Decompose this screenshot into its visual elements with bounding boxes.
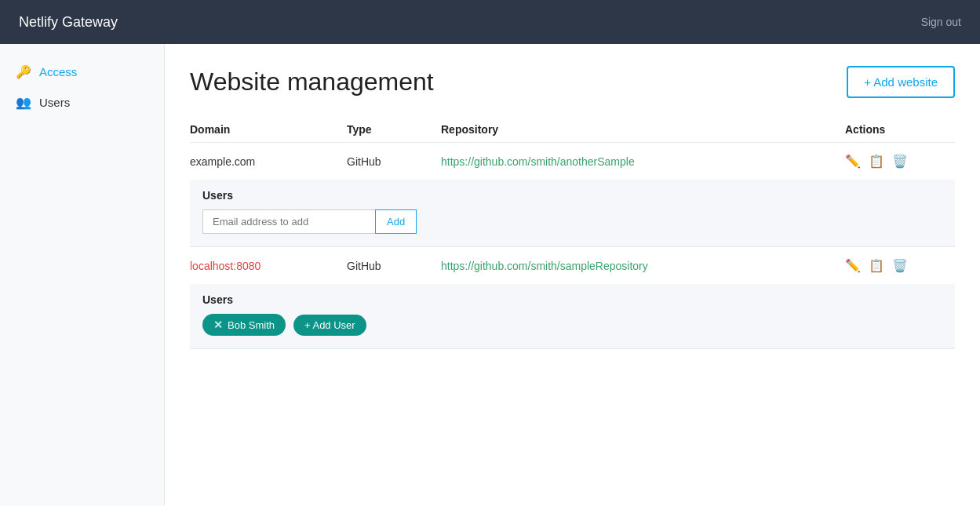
add-user-button[interactable]: + Add User — [293, 315, 366, 336]
sidebar: 🔑 Access 👥 Users — [0, 44, 165, 506]
sidebar-item-users[interactable]: 👥 Users — [0, 87, 164, 118]
domain-2: localhost:8080 — [190, 260, 347, 272]
col-type: Type — [347, 123, 441, 136]
row-main-2: localhost:8080 GitHub https://github.com… — [190, 247, 955, 284]
col-repository: Repository — [441, 123, 845, 136]
sidebar-item-label-users: Users — [39, 96, 70, 109]
app-title: Netlify Gateway — [19, 14, 118, 31]
user-tag-name: Bob Smith — [228, 319, 275, 331]
page-header: Website management + Add website — [190, 66, 955, 98]
row-main-1: example.com GitHub https://github.com/sm… — [190, 143, 955, 180]
col-domain: Domain — [190, 123, 347, 136]
copy-icon-2[interactable]: 📋 — [869, 258, 884, 273]
users-icon: 👥 — [16, 95, 31, 110]
delete-icon-2[interactable]: 🗑️ — [892, 258, 908, 273]
domain-1: example.com — [190, 155, 347, 168]
sidebar-item-access[interactable]: 🔑 Access — [0, 56, 164, 87]
edit-icon-1[interactable]: ✏️ — [845, 154, 861, 169]
edit-icon-2[interactable]: ✏️ — [845, 258, 861, 273]
type-1: GitHub — [347, 155, 441, 168]
main-content: Website management + Add website Domain … — [165, 44, 980, 506]
users-label-1: Users — [202, 189, 942, 202]
copy-icon-1[interactable]: 📋 — [869, 154, 884, 169]
email-add-row-1: Add — [202, 209, 942, 234]
delete-icon-1[interactable]: 🗑️ — [892, 154, 908, 169]
user-tag-bob-smith[interactable]: ✕ Bob Smith — [202, 314, 286, 336]
users-section-1: Users Add — [190, 180, 955, 246]
app-header: Netlify Gateway Sign out — [0, 0, 980, 44]
actions-1: ✏️ 📋 🗑️ — [845, 154, 955, 169]
users-label-2: Users — [202, 293, 942, 306]
col-actions: Actions — [845, 123, 955, 136]
repository-2: https://github.com/smith/sampleRepositor… — [441, 260, 845, 272]
email-input-1[interactable] — [202, 209, 375, 234]
add-email-button-1[interactable]: Add — [375, 209, 417, 234]
main-layout: 🔑 Access 👥 Users Website management + Ad… — [0, 44, 980, 506]
website-table: Domain Type Repository Actions example.c… — [190, 117, 955, 349]
table-row: example.com GitHub https://github.com/sm… — [190, 143, 955, 247]
actions-2: ✏️ 📋 🗑️ — [845, 258, 955, 273]
page-title: Website management — [190, 67, 434, 96]
users-section-2: Users ✕ Bob Smith + Add User — [190, 284, 955, 348]
sidebar-item-label-access: Access — [39, 65, 77, 78]
table-header-row: Domain Type Repository Actions — [190, 117, 955, 143]
user-tags-row-2: ✕ Bob Smith + Add User — [202, 314, 942, 336]
add-website-button[interactable]: + Add website — [847, 66, 955, 98]
remove-user-icon[interactable]: ✕ — [213, 319, 223, 331]
type-2: GitHub — [347, 260, 441, 272]
key-icon: 🔑 — [16, 64, 31, 79]
sign-out-button[interactable]: Sign out — [921, 16, 961, 28]
repository-1: https://github.com/smith/anotherSample — [441, 155, 845, 168]
table-row: localhost:8080 GitHub https://github.com… — [190, 247, 955, 349]
